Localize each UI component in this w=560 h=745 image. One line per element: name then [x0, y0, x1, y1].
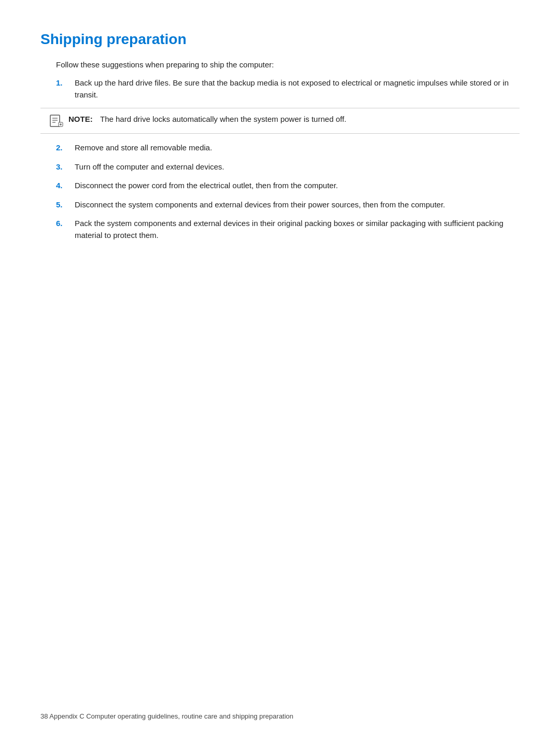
list-item: 6. Pack the system components and extern… [56, 218, 520, 241]
step-number: 4. [56, 180, 65, 192]
note-content: NOTE: The hard drive locks automatically… [68, 114, 346, 125]
note-icon [49, 114, 63, 128]
step-number: 5. [56, 199, 65, 211]
note-text [96, 114, 100, 125]
step-text: Turn off the computer and external devic… [75, 161, 225, 173]
step-text: Back up the hard drive files. Be sure th… [75, 77, 520, 101]
list-item: 4. Disconnect the power cord from the el… [56, 180, 520, 192]
step-number: 1. [56, 77, 65, 101]
intro-paragraph: Follow these suggestions when preparing … [56, 60, 520, 69]
list-item: 3. Turn off the computer and external de… [56, 161, 520, 173]
svg-rect-0 [50, 115, 60, 126]
list-item: 1. Back up the hard drive files. Be sure… [56, 77, 520, 101]
step-text: Pack the system components and external … [75, 218, 520, 241]
footer-text: 38 Appendix C Computer operating guideli… [40, 712, 520, 720]
steps-list-continued: 2. Remove and store all removable media.… [56, 142, 520, 241]
steps-list: 1. Back up the hard drive files. Be sure… [56, 77, 520, 101]
step-text: Disconnect the power cord from the elect… [75, 180, 338, 192]
list-item: 5. Disconnect the system components and … [56, 199, 520, 211]
page-title: Shipping preparation [40, 31, 520, 48]
note-body: The hard drive locks automatically when … [100, 114, 346, 125]
step-number: 3. [56, 161, 65, 173]
note-box: NOTE: The hard drive locks automatically… [40, 108, 520, 134]
note-label: NOTE: [68, 115, 93, 123]
step-text: Disconnect the system components and ext… [75, 199, 445, 211]
step-number: 6. [56, 218, 65, 241]
step-number: 2. [56, 142, 65, 154]
step-text: Remove and store all removable media. [75, 142, 212, 154]
list-item: 2. Remove and store all removable media. [56, 142, 520, 154]
